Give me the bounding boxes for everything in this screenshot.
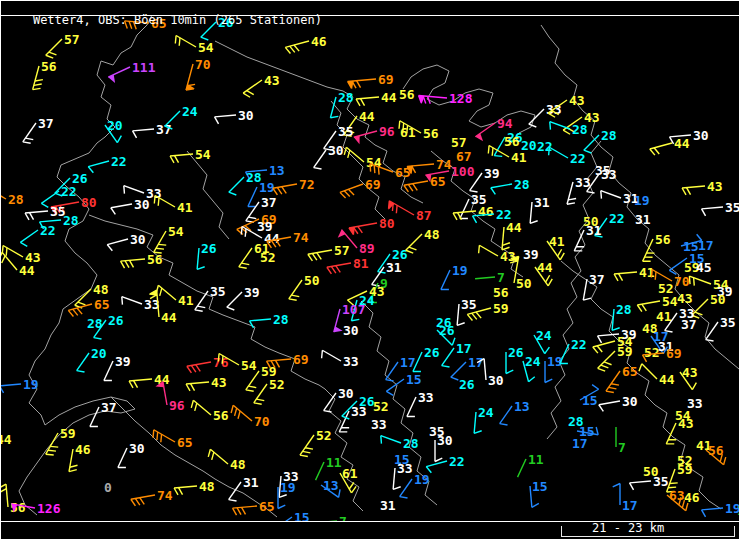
- wind-barb-shaft: [25, 211, 48, 213]
- weather-station: 65: [68, 297, 109, 317]
- wind-barb-tick: [20, 242, 27, 246]
- station-gust-value: 7: [618, 440, 626, 455]
- weather-station: 43: [479, 245, 516, 264]
- app-title: Wetter4, OBS: Böen 10min (265 Stationen): [33, 13, 322, 27]
- wind-barb-tick: [399, 121, 400, 129]
- station-gust-value: 69: [293, 352, 309, 367]
- wind-barb-tick: [650, 149, 655, 155]
- weather-station: 37: [681, 317, 697, 332]
- wind-barb-shaft: [601, 191, 621, 198]
- wind-barb-tick: [1, 489, 6, 493]
- wind-barb-shaft: [530, 202, 532, 223]
- station-gust-value: 24: [478, 405, 494, 420]
- wind-barb-tick: [567, 203, 575, 204]
- station-gust-value: 57: [451, 135, 467, 150]
- station-gust-value: 30: [693, 128, 709, 143]
- wind-barb-tick: [403, 123, 404, 131]
- wind-barb-tick: [558, 249, 562, 256]
- station-gust-value: 26: [108, 313, 124, 328]
- wind-barb-shaft: [400, 479, 412, 497]
- weather-station: 28: [250, 312, 289, 328]
- weather-station: 69: [348, 72, 394, 89]
- wind-barb-tick: [400, 497, 408, 498]
- wind-barb-tick: [215, 117, 219, 124]
- weather-station: 41: [547, 234, 565, 260]
- weather-station: 24: [534, 328, 552, 354]
- wind-barb-tick: [140, 498, 145, 505]
- station-gust-value: 44: [381, 90, 397, 105]
- station-gust-value: 44: [19, 263, 35, 278]
- wind-barb-tick: [630, 483, 634, 490]
- station-gust-value: 24: [182, 104, 198, 119]
- station-gust-value: 56: [493, 285, 509, 300]
- wind-barb-tick: [612, 328, 620, 331]
- wind-barb-tick: [452, 338, 455, 345]
- wind-barb-tick: [2, 256, 5, 263]
- weather-station: 17: [613, 484, 638, 514]
- scale-label: 21 - 23 km: [592, 522, 664, 534]
- wind-barb-shaft: [133, 129, 154, 131]
- wind-barb-tick: [41, 203, 48, 207]
- wind-barb-flag: [108, 75, 115, 83]
- wind-barb-tick: [322, 350, 323, 358]
- station-gust-value: 33: [575, 175, 591, 190]
- wind-barb-tick: [689, 276, 690, 284]
- weather-map[interactable]: 5756111652654704643303737202224284435966…: [1, 1, 740, 540]
- weather-station: 33: [407, 390, 434, 417]
- weather-station: 72: [273, 177, 315, 195]
- weather-station: 52: [254, 377, 285, 404]
- wind-barb-tick: [135, 498, 140, 505]
- wind-barb-tick: [153, 430, 154, 438]
- weather-station: 111: [108, 60, 155, 83]
- weather-station: 52: [260, 250, 276, 265]
- weather-station: 15: [386, 372, 421, 395]
- wind-barb-tick: [613, 484, 620, 487]
- station-gust-value: 74: [157, 488, 173, 503]
- wind-barb-tick: [563, 130, 570, 134]
- station-gust-value: 30: [130, 232, 146, 247]
- wind-barb-tick: [442, 366, 450, 367]
- weather-station: 57: [46, 32, 80, 58]
- station-gust-value: 44: [537, 260, 553, 275]
- wind-barb-tick: [160, 288, 162, 296]
- wind-barb-tick: [473, 216, 477, 223]
- weather-station: 43: [666, 416, 693, 444]
- station-gust-value: 33: [371, 417, 387, 432]
- weather-station: 43: [682, 179, 723, 195]
- weather-station: 44: [356, 90, 397, 106]
- wind-barb-shaft: [1, 384, 21, 386]
- wind-barb-shaft: [90, 407, 99, 426]
- wind-barb-tick: [604, 362, 611, 365]
- wind-barb-tick: [609, 387, 617, 388]
- station-gust-value: 0: [104, 480, 112, 495]
- wind-barb-shaft: [107, 239, 128, 245]
- wind-barb-tick: [702, 209, 706, 216]
- station-gust-value: 41: [656, 309, 672, 324]
- station-gust-value: 107: [342, 302, 365, 317]
- station-gust-value: 46: [311, 34, 327, 49]
- weather-station: 48: [406, 227, 440, 253]
- weather-station: 22: [20, 223, 55, 246]
- wind-barb-tick: [94, 338, 102, 339]
- station-gust-value: 22: [571, 337, 587, 352]
- wind-barb-tick: [235, 408, 237, 416]
- wind-barb-tick: [601, 191, 602, 199]
- station-gust-value: 65: [94, 297, 110, 312]
- station-gust-value: 70: [674, 274, 690, 289]
- station-gust-value: 35: [720, 315, 736, 330]
- wind-barb-tick: [227, 307, 234, 310]
- wind-barb-tick: [592, 385, 599, 390]
- weather-station: 26: [459, 377, 475, 392]
- wind-barb-shaft: [426, 461, 447, 467]
- wind-barb-tick: [670, 483, 678, 484]
- wind-barb-tick: [687, 188, 691, 195]
- station-gust-value: 44: [161, 310, 177, 325]
- titlebar: Wetter4, OBS: Böen 10min (265 Stationen): [1, 1, 739, 16]
- station-gust-value: 24: [536, 328, 552, 343]
- station-gust-value: 28: [403, 436, 419, 451]
- wind-barb-shaft: [131, 495, 155, 499]
- wind-barb-tick: [358, 226, 363, 233]
- station-gust-value: 50: [304, 273, 320, 288]
- wind-barb-tick: [593, 347, 598, 353]
- wind-barb-tick: [327, 267, 332, 274]
